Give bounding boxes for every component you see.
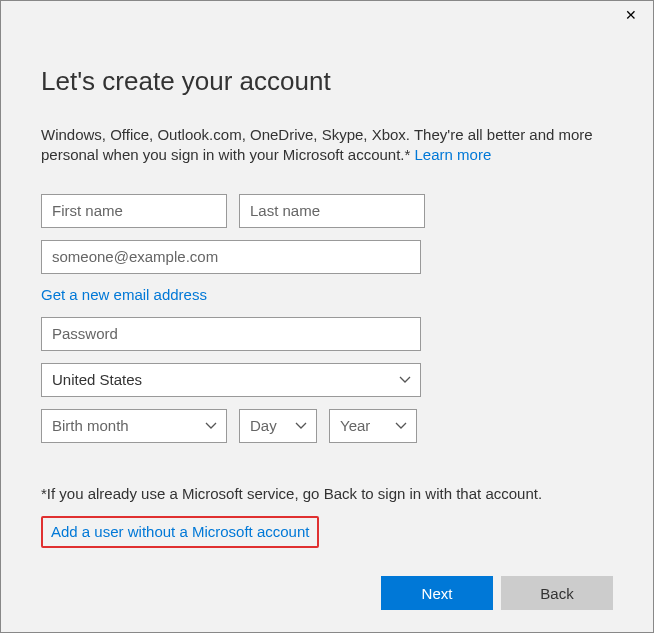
name-row [41,194,613,228]
new-email-link[interactable]: Get a new email address [41,286,613,303]
birth-year-select[interactable]: Year [329,409,417,443]
birth-day-select[interactable]: Day [239,409,317,443]
description-text: Windows, Office, Outlook.com, OneDrive, … [41,125,613,166]
month-select-wrap: Birth month [41,409,227,443]
email-input[interactable] [41,240,421,274]
birth-month-select[interactable]: Birth month [41,409,227,443]
first-name-input[interactable] [41,194,227,228]
existing-account-note: *If you already use a Microsoft service,… [41,485,613,502]
birth-month-placeholder: Birth month [52,417,129,434]
country-value: United States [52,371,142,388]
content-area: Let's create your account Windows, Offic… [1,31,653,548]
country-select[interactable]: United States [41,363,421,397]
back-button[interactable]: Back [501,576,613,610]
dialog-window: ✕ Let's create your account Windows, Off… [0,0,654,633]
day-select-wrap: Day [239,409,317,443]
close-button[interactable]: ✕ [608,1,653,29]
birth-year-placeholder: Year [340,417,370,434]
last-name-input[interactable] [239,194,425,228]
description-body: Windows, Office, Outlook.com, OneDrive, … [41,126,593,163]
country-row: United States [41,363,613,397]
learn-more-link[interactable]: Learn more [415,146,492,163]
birthdate-row: Birth month Day Year [41,409,613,443]
next-button[interactable]: Next [381,576,493,610]
titlebar: ✕ [1,1,653,31]
email-row [41,240,613,274]
birth-day-placeholder: Day [250,417,277,434]
close-icon: ✕ [625,7,637,23]
add-user-highlight-box: Add a user without a Microsoft account [41,516,319,548]
password-input[interactable] [41,317,421,351]
page-title: Let's create your account [41,66,613,97]
add-user-without-account-link[interactable]: Add a user without a Microsoft account [51,523,309,540]
year-select-wrap: Year [329,409,417,443]
footer-buttons: Next Back [381,576,613,610]
password-row [41,317,613,351]
country-select-wrap: United States [41,363,421,397]
